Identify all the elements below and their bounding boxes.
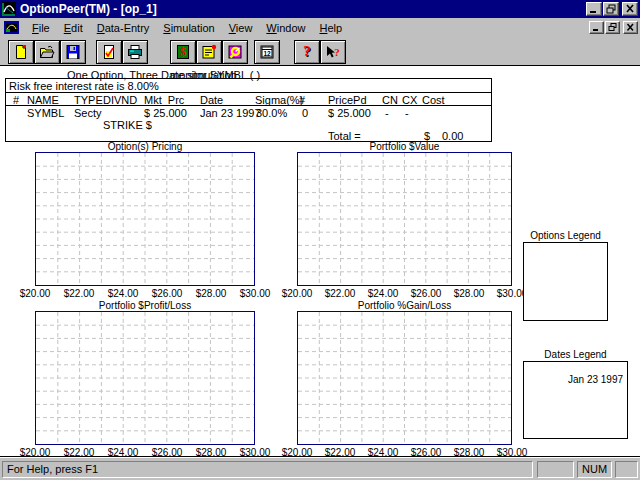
table-header-row: # NAME TYPE DIVND Mkt_Prc Date Sigma(%) …	[6, 93, 491, 106]
menu-data-entry[interactable]: Data-Entry	[90, 20, 157, 36]
chart-gain-loss: Portfolio %Gain/Loss $20.00 $22.00 $24.0…	[297, 300, 512, 458]
x-tick: $28.00	[454, 447, 485, 458]
child-close-button[interactable]	[623, 21, 638, 34]
x-tick: $20.00	[282, 447, 313, 458]
x-tick: $30.00	[497, 447, 528, 458]
rate-line: Risk free interest rate is 8.00%	[9, 80, 159, 92]
status-message-panel: For Help, press F1	[2, 461, 533, 478]
col-mkt-prc: Mkt_Prc	[144, 94, 184, 106]
rate-row: Risk free interest rate is 8.00%	[6, 79, 491, 93]
print-button[interactable]	[122, 40, 148, 64]
options-legend: Options Legend	[523, 230, 608, 321]
col-price-pd: PricePd	[328, 94, 367, 106]
child-window-icon	[4, 21, 19, 34]
new-file-icon	[13, 44, 29, 60]
x-tick: $26.00	[411, 288, 442, 299]
status-panel-cap	[537, 461, 574, 478]
data-entry-button[interactable]	[196, 40, 222, 64]
x-tick: $20.00	[20, 288, 51, 299]
col-divnd: DIVND	[103, 94, 137, 106]
x-axis: $20.00 $22.00 $24.00 $26.00 $28.00 $30.0…	[297, 447, 512, 458]
menu-file[interactable]: File	[25, 20, 57, 36]
window-controls	[586, 2, 638, 16]
menu-edit[interactable]: Edit	[57, 20, 90, 36]
menu-help[interactable]: Help	[312, 20, 349, 36]
x-tick: $24.00	[368, 288, 399, 299]
minimize-icon	[589, 4, 599, 14]
status-bar: For Help, press F1 NUM	[0, 458, 640, 480]
col-cx: CX	[402, 94, 417, 106]
plot-area	[35, 152, 255, 286]
pricing-button[interactable]: $	[170, 40, 196, 64]
menu-help-label: Help	[319, 22, 342, 34]
close-icon	[626, 23, 635, 32]
dates-legend: Dates Legend Jan 23 1997	[523, 349, 628, 439]
context-help-button[interactable]: ?	[320, 40, 346, 64]
cell-type: Secty	[74, 107, 102, 119]
report-button[interactable]	[96, 40, 122, 64]
strike-row: STRIKE $	[6, 119, 491, 130]
col-number: #	[13, 94, 19, 106]
menu-data-entry-label: Data-Entry	[97, 22, 150, 34]
x-tick: $26.00	[152, 447, 183, 458]
toolbar: $ 12	[0, 37, 640, 66]
restore-button[interactable]	[603, 2, 619, 16]
svg-text:12: 12	[263, 50, 271, 57]
save-button[interactable]	[60, 40, 86, 64]
plot-area	[35, 311, 255, 445]
grid-lines	[36, 153, 254, 285]
graph-button[interactable]	[222, 40, 248, 64]
x-tick: $24.00	[108, 288, 139, 299]
x-tick: $30.00	[240, 447, 271, 458]
menu-simulation[interactable]: Simulation	[156, 20, 221, 36]
col-name: NAME	[27, 94, 59, 106]
menu-view[interactable]: View	[222, 20, 260, 36]
menu-simulation-label: Simulation	[163, 22, 214, 34]
x-tick: $26.00	[152, 288, 183, 299]
child-restore-button[interactable]	[605, 21, 620, 34]
x-tick: $22.00	[325, 288, 356, 299]
app-icon[interactable]	[2, 2, 16, 16]
x-axis: $20.00 $22.00 $24.00 $26.00 $28.00 $30.0…	[35, 288, 255, 299]
col-date: Date	[200, 94, 223, 106]
cell-date: Jan 23 1997	[200, 107, 261, 119]
child-minimize-button[interactable]	[589, 21, 604, 34]
chart-profit-loss: Portfolio $Profit/Loss $20.00 $22.00 $24…	[35, 300, 255, 458]
cell-mkt-prc: $ 25.000	[144, 107, 187, 119]
options-legend-title: Options Legend	[523, 230, 608, 242]
status-panel-scrl	[615, 461, 638, 478]
options-legend-box	[523, 242, 608, 321]
help-button[interactable]: ? ?	[294, 40, 320, 64]
title-bar: OptionPeer(TM) - [op_1]	[0, 0, 640, 18]
close-button[interactable]	[622, 2, 638, 16]
new-button[interactable]	[8, 40, 34, 64]
help-icon: ? ?	[299, 44, 315, 60]
menu-window[interactable]: Window	[259, 20, 312, 36]
svg-text:?: ?	[334, 46, 340, 58]
calendar-icon: 12	[259, 44, 275, 60]
chart-options-pricing: Option(s) Pricing $20.00 $22.00 $24.00 $…	[35, 141, 255, 299]
x-tick: $22.00	[64, 447, 95, 458]
option-curve-icon	[2, 2, 16, 16]
restore-icon	[608, 23, 617, 32]
x-tick: $22.00	[325, 447, 356, 458]
col-cn: CN	[382, 94, 398, 106]
document-system-menu-icon[interactable]	[4, 21, 19, 34]
chart-title: Portfolio $Profit/Loss	[35, 300, 255, 311]
minimize-button[interactable]	[586, 2, 602, 16]
printer-icon	[127, 44, 143, 60]
col-cost: Cost	[422, 94, 445, 106]
plot-area	[297, 311, 512, 445]
calendar-button[interactable]: 12	[254, 40, 280, 64]
table-row: SYMBL Secty $ 25.000 Jan 23 1997 30.0% 0…	[6, 106, 491, 119]
x-tick: $24.00	[368, 447, 399, 458]
open-button[interactable]	[34, 40, 60, 64]
cell-sigma: 30.0%	[256, 107, 287, 119]
data-entry-list-icon	[201, 44, 217, 60]
open-folder-icon	[39, 44, 55, 60]
cell-price-pd: $ 25.000	[328, 107, 371, 119]
chart-portfolio-value: Portfolio $Value $20.00 $22.00 $24.00 $2…	[297, 141, 512, 299]
close-icon	[625, 4, 635, 14]
dates-legend-box: Jan 23 1997	[523, 361, 628, 439]
application-window: OptionPeer(TM) - [op_1]	[0, 0, 640, 480]
